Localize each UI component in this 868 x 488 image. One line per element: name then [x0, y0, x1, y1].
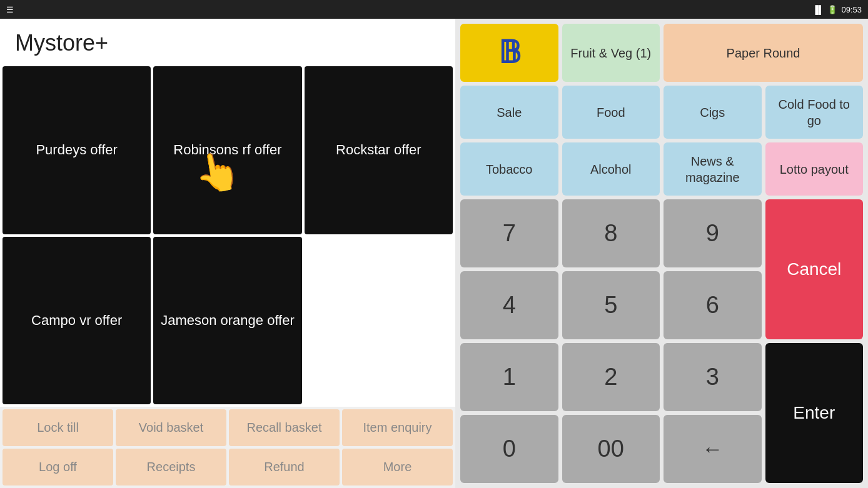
num-0-button[interactable]: 0 [460, 415, 558, 483]
num-3-button[interactable]: 3 [664, 343, 762, 411]
void-basket-button[interactable]: Void basket [116, 409, 226, 446]
menu-icon: ☰ [6, 5, 14, 14]
status-bar-left: ☰ [6, 5, 14, 14]
log-off-button[interactable]: Log off [3, 449, 113, 486]
receipts-button[interactable]: Receipts [116, 449, 226, 486]
num-00-button[interactable]: 00 [562, 415, 660, 483]
more-button[interactable]: More [342, 449, 453, 486]
num-9-button[interactable]: 9 [664, 199, 762, 267]
product-grid: Purdeys offer Robinsons rf offer Rocksta… [0, 64, 455, 407]
recall-basket-button[interactable]: Recall basket [229, 409, 340, 446]
paper-round-button[interactable]: Paper Round [664, 24, 863, 82]
status-bar-right: ▐▌ 🔋 09:53 [812, 5, 862, 14]
cancel-button[interactable]: Cancel [765, 199, 864, 339]
category-row-2: Sale Food Cigs Cold Food to go [460, 86, 863, 139]
cigs-button[interactable]: Cigs [664, 86, 762, 139]
lotto-payout-button[interactable]: Lotto payout [765, 142, 864, 196]
tobacco-button[interactable]: Tobacco [460, 142, 558, 196]
item-enquiry-button[interactable]: Item enquiry [342, 409, 453, 446]
main-container: Mystore+ Purdeys offer Robinsons rf offe… [0, 19, 868, 488]
right-panel: 𝔹 Fruit & Veg (1) Paper Round Sale Food … [455, 19, 868, 488]
food-button[interactable]: Food [562, 86, 660, 139]
signal-icon: ▐▌ [812, 5, 824, 14]
num-6-button[interactable]: 6 [664, 271, 762, 339]
status-bar: ☰ ▐▌ 🔋 09:53 [0, 0, 868, 19]
num-1-button[interactable]: 1 [460, 343, 558, 411]
product-btn-rockstar[interactable]: Rockstar offer [305, 66, 453, 234]
product-btn-jameson[interactable]: Jameson orange offer [153, 237, 301, 405]
backspace-button[interactable]: ← [664, 415, 762, 483]
category-row-3: Tobacco Alcohol News & magazine Lotto pa… [460, 142, 863, 196]
category-row-1: 𝔹 Fruit & Veg (1) Paper Round [460, 24, 863, 82]
product-btn-purdeys[interactable]: Purdeys offer [3, 66, 151, 234]
cold-food-button[interactable]: Cold Food to go [765, 86, 864, 139]
sale-button[interactable]: Sale [460, 86, 558, 139]
bottom-bar: Lock till Void basket Recall basket Item… [0, 407, 455, 488]
refund-button[interactable]: Refund [229, 449, 340, 486]
app-title: Mystore+ [0, 19, 455, 64]
left-panel: Mystore+ Purdeys offer Robinsons rf offe… [0, 19, 455, 488]
parking-button[interactable]: 𝔹 [460, 24, 558, 82]
num-8-button[interactable]: 8 [562, 199, 660, 267]
news-magazine-button[interactable]: News & magazine [664, 142, 762, 196]
fruit-veg-button[interactable]: Fruit & Veg (1) [562, 24, 660, 82]
num-5-button[interactable]: 5 [562, 271, 660, 339]
battery-icon: 🔋 [827, 5, 837, 14]
product-btn-robinsons[interactable]: Robinsons rf offer [153, 66, 301, 234]
enter-button[interactable]: Enter [765, 343, 864, 483]
num-7-button[interactable]: 7 [460, 199, 558, 267]
num-4-button[interactable]: 4 [460, 271, 558, 339]
product-btn-empty [305, 237, 453, 405]
product-btn-campo[interactable]: Campo vr offer [3, 237, 151, 405]
time-display: 09:53 [841, 5, 862, 14]
numpad: 7 8 9 Cancel 4 5 6 1 2 3 Enter 0 00 ← [460, 199, 863, 483]
num-2-button[interactable]: 2 [562, 343, 660, 411]
alcohol-button[interactable]: Alcohol [562, 142, 660, 196]
lock-till-button[interactable]: Lock till [3, 409, 113, 446]
